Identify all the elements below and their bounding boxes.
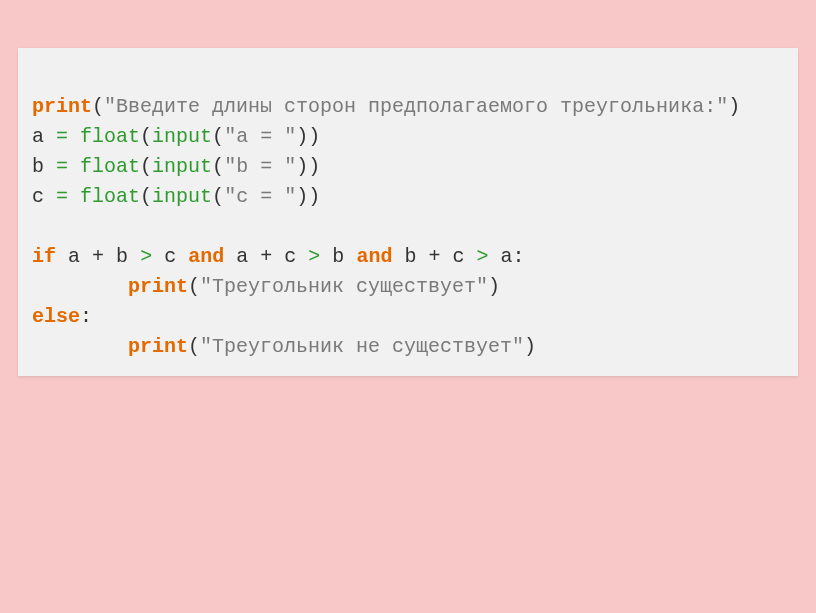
keyword-else: else [32, 305, 80, 328]
string-literal: "a = " [224, 125, 296, 148]
string-literal: "Треугольник не существует" [200, 335, 524, 358]
operator-gt: > [140, 245, 152, 268]
variable-b: b [32, 155, 44, 178]
operator-eq: = [56, 185, 68, 208]
function-input: input [152, 155, 212, 178]
variable-a: a [32, 125, 44, 148]
operator-gt: > [477, 245, 489, 268]
code-line-3: b = float(input("b = ")) [32, 155, 320, 178]
function-float: float [80, 125, 140, 148]
code-line-2: a = float(input("a = ")) [32, 125, 320, 148]
keyword-and: and [356, 245, 392, 268]
keyword-print: print [32, 95, 92, 118]
variable-c: c [32, 185, 44, 208]
function-float: float [80, 185, 140, 208]
code-line-4: c = float(input("c = ")) [32, 185, 320, 208]
keyword-print: print [128, 335, 188, 358]
code-line-1: print("Введите длины сторон предполагаем… [32, 95, 740, 118]
string-literal: "Треугольник существует" [200, 275, 488, 298]
operator-eq: = [56, 125, 68, 148]
code-block: print("Введите длины сторон предполагаем… [18, 48, 798, 376]
operator-gt: > [308, 245, 320, 268]
code-line-6: if a + b > c and a + c > b and b + c > a… [32, 245, 525, 268]
string-literal: "Введите длины сторон предполагаемого тр… [104, 95, 728, 118]
code-line-8: else: [32, 305, 92, 328]
function-float: float [80, 155, 140, 178]
keyword-print: print [128, 275, 188, 298]
code-line-7: print("Треугольник существует") [32, 275, 500, 298]
keyword-and: and [188, 245, 224, 268]
function-input: input [152, 185, 212, 208]
string-literal: "b = " [224, 155, 296, 178]
string-literal: "c = " [224, 185, 296, 208]
function-input: input [152, 125, 212, 148]
keyword-if: if [32, 245, 56, 268]
operator-eq: = [56, 155, 68, 178]
code-line-9: print("Треугольник не существует") [32, 335, 536, 358]
